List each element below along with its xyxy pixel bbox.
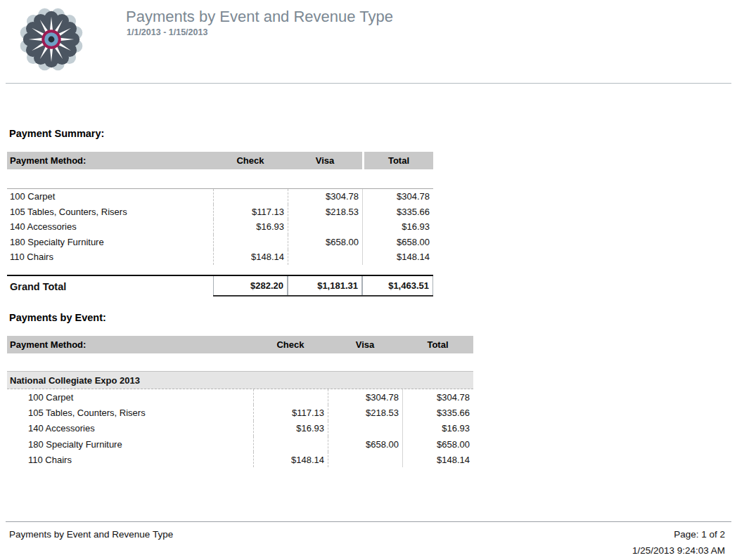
visa-value <box>288 249 362 265</box>
check-value: $148.14 <box>213 249 288 265</box>
row-label: 180 Specialty Furniture <box>7 235 213 250</box>
table-row: 100 Carpet $304.78 $304.78 <box>7 189 433 204</box>
table-row: 140 Accessories $16.93 $16.93 <box>7 219 433 235</box>
column-header-payment-method: Payment Method: <box>7 152 213 169</box>
row-label: 140 Accessories <box>7 219 213 235</box>
check-value: $148.14 <box>253 452 328 467</box>
table-row: 105 Tables, Counters, Risers $117.13 $21… <box>7 204 433 220</box>
footer-timestamp: 1/25/2013 9:24:03 AM <box>632 545 725 556</box>
total-value: $658.00 <box>402 436 473 452</box>
visa-value: $218.53 <box>288 204 362 220</box>
check-value <box>253 436 328 452</box>
payments-by-event-heading: Payments by Event: <box>9 312 106 323</box>
table-row: 105 Tables, Counters, Risers $117.13 $21… <box>7 405 473 420</box>
row-label: 180 Specialty Furniture <box>7 436 253 452</box>
check-value: $16.93 <box>213 219 288 235</box>
column-header-check: Check <box>253 336 328 353</box>
column-header-visa: Visa <box>288 152 362 169</box>
visa-value: $658.00 <box>328 436 402 452</box>
visa-value: $658.00 <box>288 235 362 250</box>
footer-report-name: Payments by Event and Revenue Type <box>9 529 173 540</box>
report-title: Payments by Event and Revenue Type <box>126 8 393 26</box>
check-value: $117.13 <box>253 405 328 420</box>
row-label: 110 Chairs <box>7 452 253 467</box>
check-value: $16.93 <box>253 421 328 436</box>
row-label: 100 Carpet <box>7 189 213 204</box>
report-date-range: 1/1/2013 - 1/15/2013 <box>127 27 207 37</box>
grand-total-row: Grand Total $282.20 $1,181.31 $1,463.51 <box>7 275 433 297</box>
check-value <box>213 189 288 204</box>
summary-table-header-row: Payment Method: Check Visa Total <box>7 152 433 169</box>
event-table-header-row: Payment Method: Check Visa Total <box>7 336 473 353</box>
visa-value <box>328 421 402 436</box>
footer-divider <box>6 521 731 522</box>
visa-value <box>328 452 402 467</box>
visa-value: $304.78 <box>288 189 362 204</box>
grand-total-label: Grand Total <box>7 276 213 297</box>
check-value <box>213 235 288 250</box>
total-value: $335.66 <box>402 405 473 420</box>
table-row: 110 Chairs $148.14 $148.14 <box>7 249 433 265</box>
event-table-body: 100 Carpet $304.78 $304.78 105 Tables, C… <box>7 389 473 467</box>
table-row: 110 Chairs $148.14 $148.14 <box>7 452 473 467</box>
column-header-visa: Visa <box>328 336 402 353</box>
footer-page-info: Page: 1 of 2 <box>674 529 725 540</box>
total-value: $335.66 <box>362 204 433 220</box>
total-value: $148.14 <box>362 249 433 265</box>
total-value: $16.93 <box>402 421 473 436</box>
table-row: 100 Carpet $304.78 $304.78 <box>7 389 473 405</box>
visa-value: $218.53 <box>328 405 402 420</box>
column-header-total: Total <box>362 152 433 169</box>
grand-total-visa: $1,181.31 <box>288 276 362 295</box>
grand-total-total: $1,463.51 <box>362 276 433 295</box>
payment-summary-heading: Payment Summary: <box>9 128 104 139</box>
grand-total-check: $282.20 <box>213 276 288 295</box>
visa-value <box>288 219 362 235</box>
column-header-total: Total <box>402 336 473 353</box>
total-value: $148.14 <box>402 452 473 467</box>
header-divider <box>6 83 731 84</box>
total-value: $16.93 <box>362 219 433 235</box>
table-row: 140 Accessories $16.93 $16.93 <box>7 421 473 436</box>
total-value: $304.78 <box>362 189 433 204</box>
event-group-header: National Collegiate Expo 2013 <box>7 371 473 389</box>
row-label: 105 Tables, Counters, Risers <box>7 405 253 420</box>
row-label: 105 Tables, Counters, Risers <box>7 204 213 220</box>
row-label: 110 Chairs <box>7 249 213 265</box>
row-label: 140 Accessories <box>7 421 253 436</box>
check-value: $117.13 <box>213 204 288 220</box>
table-row: 180 Specialty Furniture $658.00 $658.00 <box>7 235 433 250</box>
grand-total-values: $282.20 $1,181.31 $1,463.51 <box>213 276 433 297</box>
column-header-check: Check <box>213 152 288 169</box>
summary-table-body: 100 Carpet $304.78 $304.78 105 Tables, C… <box>7 188 433 265</box>
visa-value: $304.78 <box>328 389 402 405</box>
flower-logo-icon <box>17 4 86 74</box>
check-value <box>253 389 328 405</box>
column-header-payment-method: Payment Method: <box>7 336 253 353</box>
row-label: 100 Carpet <box>7 389 253 405</box>
total-value: $304.78 <box>402 389 473 405</box>
total-value: $658.00 <box>362 235 433 250</box>
table-row: 180 Specialty Furniture $658.00 $658.00 <box>7 436 473 452</box>
